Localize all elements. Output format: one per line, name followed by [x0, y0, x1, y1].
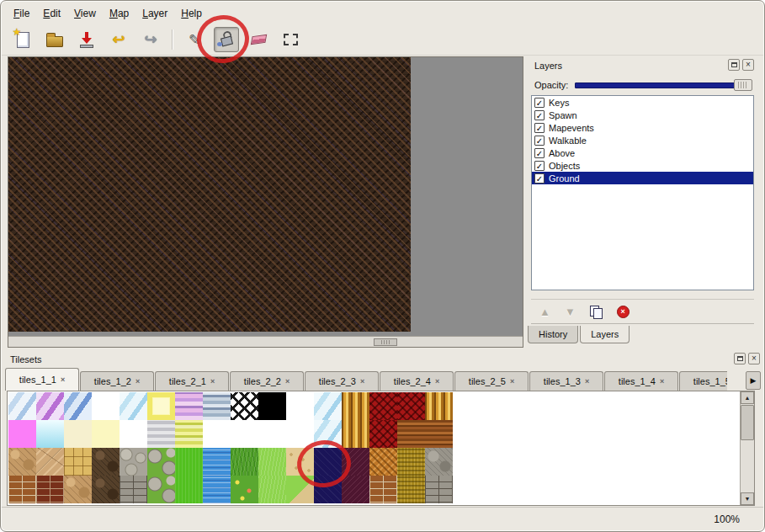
tile-stone-gray[interactable]	[425, 448, 453, 476]
tile-stripes-pink[interactable]	[175, 392, 203, 420]
select-tool-button[interactable]	[278, 27, 303, 52]
scrollbar-thumb[interactable]	[741, 405, 754, 440]
tile-carpet-maroon[interactable]	[342, 476, 369, 503]
redo-button[interactable]: ↪	[138, 27, 163, 52]
tile-white[interactable]	[120, 420, 147, 448]
tileset-tab-tiles_2_1[interactable]: tiles_2_1×	[155, 371, 229, 391]
tile-stripes-gray[interactable]	[147, 420, 175, 448]
open-button[interactable]	[42, 27, 67, 52]
tab-close-icon[interactable]: ×	[660, 377, 664, 386]
tile-grass-tan[interactable]	[286, 476, 314, 503]
layer-row-keys[interactable]: ✓Keys	[532, 96, 753, 109]
palette-scrollbar[interactable]: ▲ ▼	[740, 391, 754, 505]
tile-navy-dark[interactable]	[314, 476, 342, 503]
menu-help[interactable]: Help	[174, 4, 209, 23]
tile-weave-orange[interactable]	[369, 448, 397, 476]
delete-layer-button[interactable]: ×	[617, 306, 630, 318]
tile-green-bright[interactable]	[175, 476, 203, 503]
tile-grass-green[interactable]	[231, 448, 258, 476]
tab-close-icon[interactable]: ×	[585, 377, 589, 386]
tile-stone-tiles[interactable]	[64, 448, 92, 476]
close-panel-button[interactable]: ×	[748, 353, 760, 364]
tile-stones-grass[interactable]	[147, 448, 175, 476]
tile-brick-gray[interactable]	[425, 476, 453, 503]
layer-visible-checkbox[interactable]: ✓	[534, 148, 545, 158]
tileset-tab-tiles_1_1[interactable]: tiles_1_1×	[5, 368, 79, 391]
menu-file[interactable]: File	[7, 4, 36, 23]
layer-visible-checkbox[interactable]: ✓	[534, 98, 545, 108]
tile-white[interactable]	[92, 392, 120, 420]
slider-handle[interactable]	[734, 79, 752, 91]
layer-visible-checkbox[interactable]: ✓	[534, 123, 545, 133]
float-panel-button[interactable]	[728, 59, 740, 71]
layer-row-mapevents[interactable]: ✓Mapevents	[532, 121, 753, 134]
tileset-tab-tiles_2_5[interactable]: tiles_2_5×	[454, 371, 529, 391]
tile-crystal-blue[interactable]	[64, 392, 92, 420]
tileset-tab-tiles_2_4[interactable]: tiles_2_4×	[380, 371, 454, 391]
fill-tool-button[interactable]	[214, 27, 239, 52]
undo-button[interactable]: ↩	[106, 27, 131, 52]
tileset-tab-tiles_1_5[interactable]: tiles_1_5×	[679, 371, 727, 391]
tile-crystal-cyan[interactable]	[120, 392, 147, 420]
move-layer-down-button[interactable]: ▼	[565, 306, 576, 318]
tile-crystal-light[interactable]	[8, 392, 36, 420]
tile-brick-gray[interactable]	[120, 476, 147, 503]
layer-row-spawn[interactable]: ✓Spawn	[532, 109, 753, 121]
tile-crystal-cyan[interactable]	[314, 420, 342, 448]
tile-white[interactable]	[231, 420, 258, 448]
draw-tool-button[interactable]: ✎	[182, 27, 207, 52]
tile-cyan-grad[interactable]	[36, 420, 64, 448]
tile-grass-light[interactable]	[258, 476, 286, 503]
tile-sand[interactable]	[286, 448, 314, 476]
duplicate-layer-button[interactable]	[590, 306, 603, 318]
slider-track[interactable]	[575, 82, 752, 88]
tile-brick-red[interactable]	[36, 476, 64, 503]
tile-brick-brown[interactable]	[8, 476, 36, 503]
tile-black[interactable]	[258, 392, 286, 420]
tile-grass-flowers[interactable]	[231, 476, 258, 503]
tileset-tab-tiles_1_2[interactable]: tiles_1_2×	[80, 371, 154, 391]
tile-wood-planks[interactable]	[425, 420, 453, 448]
tab-close-icon[interactable]: ×	[285, 377, 290, 386]
tileset-tab-tiles_1_3[interactable]: tiles_1_3×	[529, 371, 603, 391]
tile-water-blue[interactable]	[203, 448, 231, 476]
tile-gold-pillar[interactable]	[342, 392, 369, 420]
tile-white[interactable]	[286, 420, 314, 448]
map-canvas[interactable]	[8, 57, 411, 332]
tile-stone-cracked[interactable]	[36, 448, 64, 476]
tile-stripes-yellow[interactable]	[175, 420, 203, 448]
tile-stripes-blue[interactable]	[203, 392, 231, 420]
layer-visible-checkbox[interactable]: ✓	[534, 110, 545, 120]
tile-white[interactable]	[286, 392, 314, 420]
tile-brick-brown[interactable]	[369, 476, 397, 503]
tile-red-carpet[interactable]	[397, 392, 425, 420]
tab-close-icon[interactable]: ×	[210, 377, 215, 386]
tile-red-carpet[interactable]	[369, 392, 397, 420]
tile-stones-grass[interactable]	[147, 476, 175, 503]
scroll-tabs-right-button[interactable]: ▶	[746, 371, 761, 390]
tile-wood-planks[interactable]	[397, 420, 425, 448]
tab-close-icon[interactable]: ×	[61, 375, 65, 384]
new-map-button[interactable]: ★	[10, 27, 35, 52]
tile-grass-light[interactable]	[258, 448, 286, 476]
layer-row-ground[interactable]: ✓Ground	[532, 172, 753, 184]
tile-crystal-cyan[interactable]	[314, 392, 342, 420]
tile-crystal-purple[interactable]	[36, 392, 64, 420]
tab-close-icon[interactable]: ×	[135, 377, 140, 386]
tile-gold-pillar[interactable]	[425, 392, 453, 420]
tile-weave-olive[interactable]	[397, 448, 425, 476]
menu-map[interactable]: Map	[103, 4, 135, 23]
tile-red-carpet[interactable]	[369, 420, 397, 448]
layer-visible-checkbox[interactable]: ✓	[534, 136, 545, 146]
layer-row-above[interactable]: ✓Above	[532, 146, 753, 159]
tile-green-bright[interactable]	[175, 448, 203, 476]
layer-row-walkable[interactable]: ✓Walkable	[532, 134, 753, 146]
close-panel-button[interactable]: ×	[742, 59, 754, 71]
layer-visible-checkbox[interactable]: ✓	[534, 161, 545, 171]
tileset-tab-tiles_2_3[interactable]: tiles_2_3×	[305, 371, 379, 391]
scrollbar-thumb[interactable]	[374, 338, 397, 346]
tile-gold-pillar[interactable]	[342, 420, 369, 448]
map-horizontal-scrollbar[interactable]	[8, 336, 523, 347]
tile-white[interactable]	[258, 420, 286, 448]
float-panel-button[interactable]	[734, 353, 746, 364]
